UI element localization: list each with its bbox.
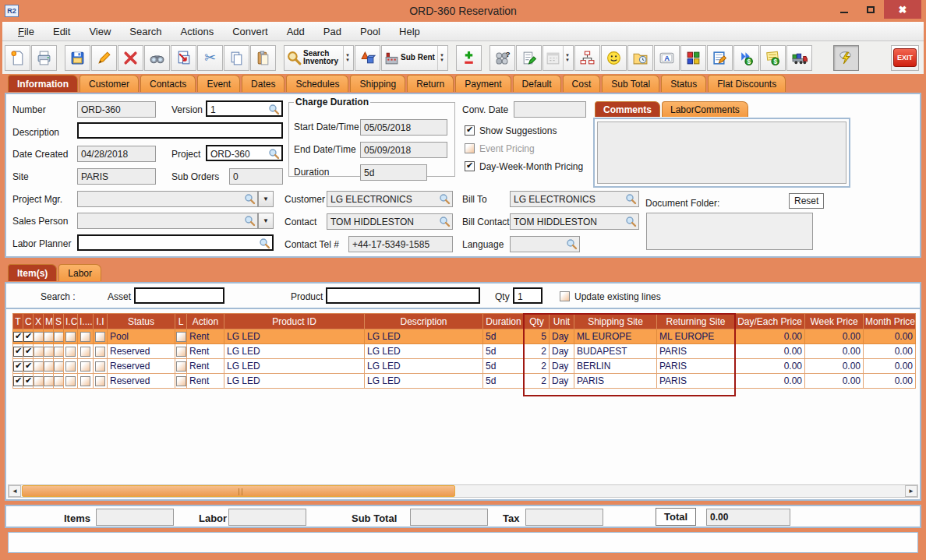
search-inventory-button[interactable]: Search Inventory▼▼ bbox=[284, 45, 354, 71]
document-edit-button[interactable] bbox=[707, 45, 733, 71]
column-header-month-price[interactable]: Month Price bbox=[864, 314, 916, 329]
color-blocks-button[interactable] bbox=[680, 45, 706, 71]
dropdown-arrows-icon[interactable]: ▼▼ bbox=[343, 46, 352, 70]
checkbox[interactable] bbox=[44, 361, 54, 372]
maximize-button[interactable] bbox=[857, 0, 884, 19]
checkbox[interactable] bbox=[65, 376, 76, 386]
site-field[interactable]: PARIS bbox=[77, 168, 156, 185]
truck-button[interactable] bbox=[786, 45, 812, 71]
column-header-day-each-price[interactable]: Day/Each Price bbox=[735, 314, 805, 329]
checkbox[interactable] bbox=[13, 376, 23, 386]
print-button[interactable] bbox=[31, 45, 57, 71]
menu-item-pool[interactable]: Pool bbox=[351, 23, 390, 40]
checkbox[interactable] bbox=[13, 332, 23, 342]
tab-status[interactable]: Status bbox=[661, 75, 706, 92]
description-field[interactable] bbox=[77, 122, 283, 139]
edit-pencil-button[interactable] bbox=[91, 45, 117, 71]
tab-cost[interactable]: Cost bbox=[563, 75, 601, 92]
copy-button[interactable] bbox=[224, 45, 249, 71]
sub-orders-field[interactable]: 0 bbox=[229, 168, 283, 185]
checkbox[interactable] bbox=[65, 361, 76, 372]
search-icon[interactable] bbox=[259, 238, 270, 249]
menu-item-file[interactable]: File bbox=[9, 23, 44, 40]
project-mgr-dropdown[interactable]: ▼ bbox=[258, 191, 274, 207]
export-document-button[interactable] bbox=[171, 45, 196, 71]
contact-tel-field[interactable]: +44-17-5349-1585 bbox=[348, 236, 453, 252]
project-mgr-field[interactable] bbox=[77, 191, 258, 207]
column-header-i[interactable]: I.... bbox=[78, 314, 94, 329]
search-icon[interactable] bbox=[439, 193, 451, 205]
table-row[interactable]: ReservedRentLG LEDLG LED5d2DayPARISPARIS… bbox=[13, 374, 916, 389]
start-datetime-field[interactable]: 05/05/2018 bbox=[360, 119, 447, 136]
checkbox[interactable] bbox=[34, 376, 44, 386]
contact-field[interactable]: TOM HIDDLESTON bbox=[327, 213, 453, 230]
tab-dates[interactable]: Dates bbox=[242, 75, 285, 92]
paste-button[interactable] bbox=[250, 45, 276, 71]
menu-item-add[interactable]: Add bbox=[277, 23, 314, 40]
scroll-right-arrow[interactable]: ► bbox=[905, 485, 917, 497]
column-header-x[interactable]: X bbox=[34, 314, 44, 329]
menu-item-view[interactable]: View bbox=[80, 23, 120, 40]
update-existing-checkbox[interactable] bbox=[560, 291, 570, 301]
event-pricing-checkbox[interactable] bbox=[465, 143, 475, 153]
search-icon[interactable] bbox=[566, 238, 578, 250]
search-icon[interactable] bbox=[268, 148, 280, 160]
column-header-action[interactable]: Action bbox=[187, 314, 224, 329]
checkbox[interactable] bbox=[13, 361, 23, 372]
tab-comments[interactable]: Comments bbox=[595, 101, 660, 117]
tab-contacts[interactable]: Contacts bbox=[140, 75, 196, 92]
checkbox[interactable] bbox=[54, 332, 64, 342]
checkbox[interactable] bbox=[44, 332, 54, 342]
tab-shipping[interactable]: Shipping bbox=[350, 75, 405, 92]
checkbox[interactable] bbox=[34, 361, 44, 372]
sales-person-field[interactable] bbox=[77, 213, 258, 229]
checkbox[interactable] bbox=[54, 347, 64, 357]
checkbox[interactable] bbox=[23, 332, 34, 342]
qty-input[interactable]: 1 bbox=[513, 287, 543, 304]
checkbox[interactable] bbox=[176, 376, 186, 386]
horizontal-scrollbar[interactable]: ◄ ► bbox=[8, 484, 918, 498]
column-header-unit[interactable]: Unit bbox=[550, 314, 574, 329]
hierarchy-button[interactable] bbox=[574, 45, 600, 71]
checkbox[interactable] bbox=[65, 347, 76, 357]
tab-item-s[interactable]: Item(s) bbox=[8, 264, 57, 281]
search-icon[interactable] bbox=[244, 215, 256, 227]
search-icon[interactable] bbox=[268, 104, 280, 115]
tab-sub-total[interactable]: Sub Total bbox=[602, 75, 659, 92]
duration-field[interactable]: 5d bbox=[360, 164, 427, 181]
search-icon[interactable] bbox=[439, 216, 451, 227]
table-row[interactable]: ReservedRentLG LEDLG LED5d2DayBUDAPESTPA… bbox=[13, 344, 916, 359]
scrollbar-thumb[interactable] bbox=[22, 485, 455, 497]
calendar-button[interactable]: ▼▼ bbox=[543, 45, 574, 71]
project-field[interactable]: ORD-360 bbox=[206, 145, 283, 161]
checkbox[interactable] bbox=[34, 332, 44, 342]
language-field[interactable] bbox=[510, 236, 580, 252]
dollar-note-button[interactable]: $ bbox=[760, 45, 786, 71]
tab-schedules[interactable]: Schedules bbox=[286, 75, 348, 92]
notepad-edit-button[interactable] bbox=[516, 45, 542, 71]
column-header-i-i[interactable]: I.I bbox=[94, 314, 108, 329]
column-header-week-price[interactable]: Week Price bbox=[805, 314, 864, 329]
version-field[interactable]: 1 bbox=[206, 100, 283, 117]
find-binoculars-button[interactable] bbox=[144, 45, 170, 71]
checkbox[interactable] bbox=[80, 332, 90, 342]
labor-planner-field[interactable] bbox=[77, 234, 274, 251]
column-header-returning-site[interactable]: Returning Site bbox=[657, 314, 735, 329]
tab-information[interactable]: Information bbox=[8, 75, 78, 92]
checkbox[interactable] bbox=[80, 347, 90, 357]
column-header-c[interactable]: C bbox=[23, 314, 34, 329]
tab-customer[interactable]: Customer bbox=[80, 75, 139, 92]
table-row[interactable]: PoolRentLG LEDLG LED5d5DayML EUROPEML EU… bbox=[13, 329, 916, 344]
keyboard-key-button[interactable]: A bbox=[654, 45, 680, 71]
search-icon[interactable] bbox=[244, 193, 256, 205]
bill-contact-field[interactable]: TOM HIDDLESTON bbox=[510, 213, 639, 230]
exit-button[interactable]: EXIT bbox=[891, 45, 919, 71]
column-header-status[interactable]: Status bbox=[108, 314, 175, 329]
show-suggestions-checkbox[interactable] bbox=[465, 125, 475, 136]
column-header-product-id[interactable]: Product ID bbox=[224, 314, 365, 329]
menu-item-convert[interactable]: Convert bbox=[223, 23, 277, 40]
checkbox[interactable] bbox=[80, 361, 90, 372]
column-header-m[interactable]: M bbox=[44, 314, 54, 329]
customer-field[interactable]: LG ELECTRONICS bbox=[327, 191, 453, 207]
folder-clock-button[interactable] bbox=[627, 45, 653, 71]
